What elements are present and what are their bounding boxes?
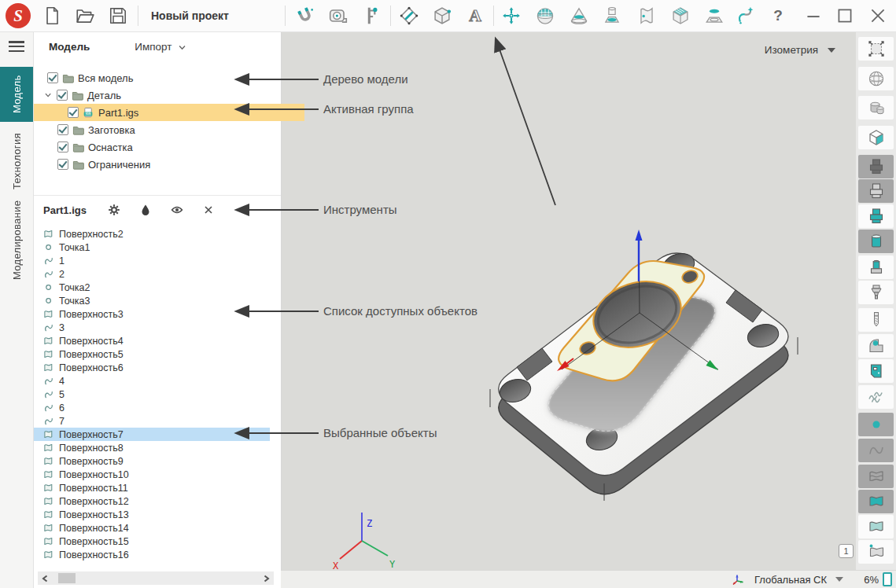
solids-dark-button[interactable] [858, 155, 894, 178]
list-item[interactable]: Точка1 [33, 241, 270, 254]
text-button[interactable]: A [464, 5, 486, 27]
droplet-icon[interactable] [139, 204, 152, 216]
cylinder-base-button[interactable] [858, 255, 894, 279]
sketch-button[interactable] [398, 5, 420, 27]
solids-light-button[interactable] [858, 179, 894, 203]
solid-button[interactable] [431, 5, 453, 27]
gear-icon[interactable] [108, 204, 120, 216]
main-menu-button[interactable] [9, 41, 24, 52]
tab-modeling[interactable]: Моделирование [0, 203, 33, 277]
tree-item-whole-model[interactable]: Вся модель [33, 69, 284, 86]
list-item-selected[interactable]: Поверхность7 [33, 428, 270, 441]
application-window: S Новый проект A ? Модель Технология Мод… [0, 0, 896, 588]
list-item[interactable]: Поверхность4 [33, 334, 270, 347]
list-item[interactable]: Поверхность16 [33, 548, 270, 561]
list-item[interactable]: Поверхность12 [33, 494, 270, 508]
new-project-button[interactable] [41, 5, 63, 27]
chevron-down-icon[interactable] [835, 577, 843, 582]
checkbox-checked[interactable] [68, 107, 79, 118]
transform-button[interactable] [500, 5, 522, 27]
rotate-view-button[interactable] [858, 67, 894, 90]
list-item[interactable]: 3 [33, 321, 270, 334]
list-item[interactable]: Поверхность9 [33, 454, 270, 468]
checkbox-checked[interactable] [57, 141, 68, 153]
list-item[interactable]: Поверхность2 [33, 227, 270, 241]
expand-chevron-icon[interactable] [44, 91, 53, 100]
tab-model[interactable]: Модель [0, 67, 33, 122]
close-button[interactable] [867, 5, 889, 27]
list-item[interactable]: 4 [33, 374, 270, 388]
tree-item-restrictions[interactable]: Ограничения [33, 156, 294, 173]
extrude-button[interactable] [601, 5, 623, 27]
toolbar-separator [285, 6, 286, 26]
cone-tool-button[interactable] [858, 281, 894, 304]
surface-button[interactable] [636, 5, 658, 27]
iso-view-button[interactable] [858, 126, 894, 149]
points-filter-button[interactable] [858, 413, 894, 436]
revolve-button[interactable] [568, 5, 590, 27]
snap-button[interactable] [294, 5, 316, 27]
minimize-button[interactable] [802, 5, 824, 27]
solids-teal-button[interactable] [858, 204, 894, 228]
list-item[interactable]: Поверхность15 [33, 535, 270, 548]
shaded-view-button[interactable] [858, 96, 894, 119]
list-item[interactable]: 6 [33, 401, 270, 414]
checkbox-checked[interactable] [57, 90, 68, 101]
caliper-button[interactable] [360, 5, 382, 27]
cylinder-selected-button[interactable] [858, 230, 894, 253]
list-item[interactable]: 1 [33, 254, 270, 267]
tree-item-part1-active-group[interactable]: IGS Part1.igs [33, 104, 304, 121]
lathe-holder-button[interactable] [858, 359, 894, 383]
zoom-fit-button[interactable] [858, 37, 894, 61]
list-item[interactable]: Поверхность5 [33, 347, 270, 361]
list-item[interactable]: Поверхность14 [33, 521, 270, 535]
zoom-level[interactable]: 6% [864, 574, 879, 586]
list-item[interactable]: Поверхность8 [33, 441, 270, 454]
list-item[interactable]: Поверхность10 [33, 468, 270, 481]
surface-half-button[interactable] [858, 515, 894, 538]
measure-button[interactable] [327, 5, 349, 27]
tree-item-detail[interactable]: Деталь [33, 86, 281, 104]
workpiece-button[interactable] [669, 5, 691, 27]
tab-technology[interactable]: Технология [0, 124, 33, 199]
hatch-button[interactable] [858, 385, 894, 409]
scroll-right-icon[interactable] [262, 574, 271, 583]
tree-item-workpiece[interactable]: Заготовка [33, 121, 294, 138]
surfaces-filter-button[interactable] [858, 465, 894, 488]
mesh-button[interactable] [534, 5, 556, 27]
view-orientation-selector[interactable]: Изометрия [765, 44, 835, 56]
list-item[interactable]: Точка2 [33, 281, 270, 294]
list-item[interactable]: Поверхность11 [33, 481, 270, 494]
list-item[interactable]: 7 [33, 414, 270, 428]
pocket-button[interactable] [703, 5, 725, 27]
close-icon[interactable] [202, 204, 215, 216]
list-item[interactable]: 5 [33, 388, 270, 401]
horizontal-scrollbar[interactable] [38, 571, 274, 585]
toolpath-button[interactable] [735, 5, 757, 27]
list-item[interactable]: Поверхность3 [33, 307, 270, 321]
open-project-button[interactable] [74, 5, 96, 27]
checkbox-checked[interactable] [47, 72, 58, 83]
selected-surfaces-button[interactable] [858, 540, 894, 564]
list-item[interactable]: Поверхность13 [33, 508, 270, 521]
coordinate-system-selector[interactable]: Глобальная СК [754, 574, 827, 586]
tree-item-fixture[interactable]: Оснастка [33, 138, 294, 156]
help-button[interactable]: ? [768, 0, 788, 31]
save-project-button[interactable] [107, 5, 129, 27]
curves-filter-button[interactable] [858, 439, 894, 462]
3d-viewport[interactable]: Z X Y Изометрия [281, 31, 856, 570]
maximize-button[interactable] [834, 5, 856, 27]
eye-icon[interactable] [171, 204, 183, 216]
scroll-left-icon[interactable] [40, 574, 50, 583]
import-menu[interactable]: Импорт [135, 41, 171, 53]
lathe-tool-button[interactable] [858, 334, 894, 358]
checkbox-checked[interactable] [57, 124, 68, 135]
drill-tool-button[interactable] [858, 308, 894, 332]
surface-teal-button[interactable] [858, 490, 894, 513]
checkbox-checked[interactable] [57, 159, 68, 170]
list-item[interactable]: Поверхность6 [33, 361, 270, 374]
list-item[interactable]: Точка3 [33, 294, 270, 307]
chevron-down-icon[interactable] [178, 43, 187, 53]
scrollbar-thumb[interactable] [58, 573, 76, 583]
list-item[interactable]: 2 [33, 267, 270, 281]
